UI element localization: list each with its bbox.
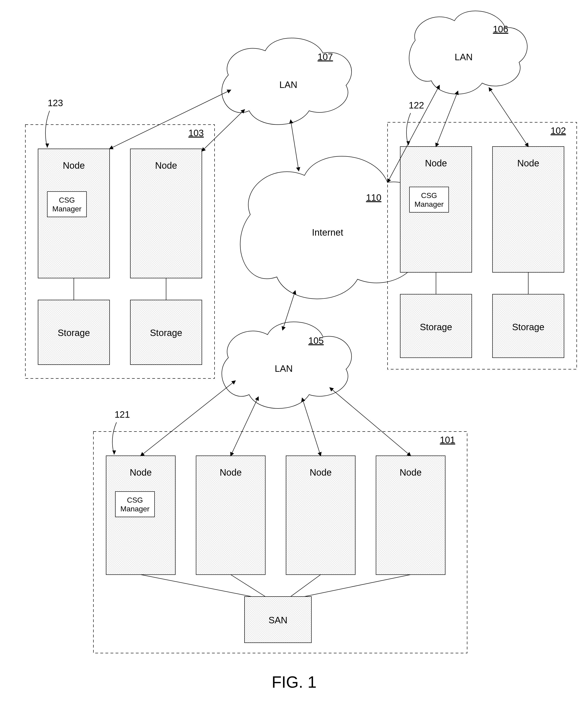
g102-node-1-label: Node: [425, 158, 447, 168]
g103-node-1-label: Node: [63, 160, 85, 171]
cloud-lan-105: 105 LAN: [222, 322, 351, 409]
g101-node-3-label: Node: [309, 467, 332, 477]
link-lan107-g103n1: [109, 90, 231, 149]
g101-node-1-label: Node: [130, 467, 152, 477]
cloud-lan-107: 107 LAN: [222, 38, 351, 125]
link-lan105-g101n2: [231, 397, 258, 456]
link-lan105-g101n1: [141, 381, 235, 456]
g102-node-2-label: Node: [517, 158, 539, 168]
svg-line-10: [141, 575, 251, 597]
svg-line-13: [304, 575, 410, 597]
figure-caption: FIG. 1: [272, 673, 316, 691]
lan106-label: LAN: [455, 52, 473, 62]
cloud-lan-106: 106 LAN: [409, 11, 527, 94]
internet-ref: 110: [366, 192, 382, 203]
group-101: 101 121 Node CSG Manager Node Node Node …: [93, 409, 467, 653]
g101-node-2-label: Node: [219, 467, 242, 477]
g101-ref: 101: [440, 435, 455, 445]
g101-csg-l2: Manager: [120, 505, 150, 513]
link-lan105-g101n4: [330, 388, 410, 456]
g103-storage-1-label: Storage: [58, 328, 90, 338]
link-lan105-g101n3: [302, 398, 321, 456]
g103-node-2-label: Node: [155, 160, 177, 171]
g102-csg-l1: CSG: [421, 191, 437, 200]
svg-line-12: [291, 575, 321, 597]
group-103: 103 123 Node CSG Manager Node Storage St…: [26, 98, 214, 378]
g103-csg-l2: Manager: [52, 205, 82, 213]
g102-ref: 102: [551, 126, 566, 136]
link-lan107-internet: [291, 120, 299, 171]
link-lan106-g102n2: [489, 88, 528, 146]
g103-callout: 123: [48, 98, 63, 108]
g101-san-label: SAN: [268, 615, 287, 625]
lan105-ref: 105: [308, 335, 324, 346]
g102-callout: 122: [409, 100, 424, 110]
g102-storage-2-label: Storage: [512, 322, 544, 332]
link-lan106-g102n1: [436, 91, 458, 146]
lan107-label: LAN: [279, 80, 297, 90]
g103-ref: 103: [189, 128, 204, 138]
link-lan107-g103n2: [202, 110, 245, 151]
lan105-label: LAN: [275, 364, 293, 374]
g101-node-4-label: Node: [399, 467, 422, 477]
lan107-ref: 107: [317, 52, 333, 62]
g102-csg-l2: Manager: [414, 200, 444, 208]
g103-storage-2-label: Storage: [150, 328, 182, 338]
g103-csg-l1: CSG: [59, 196, 75, 204]
cloud-internet: 110 Internet: [240, 156, 426, 299]
group-102: 102 122 Node CSG Manager Node Storage St…: [388, 100, 577, 369]
g102-storage-1-label: Storage: [420, 322, 452, 332]
g101-callout: 121: [115, 409, 130, 420]
internet-label: Internet: [312, 227, 343, 237]
g101-csg-l1: CSG: [127, 496, 143, 504]
diagram-canvas: 107 LAN 106 LAN 110 Internet 105 LAN 103…: [0, 0, 588, 705]
lan106-ref: 106: [493, 24, 508, 34]
